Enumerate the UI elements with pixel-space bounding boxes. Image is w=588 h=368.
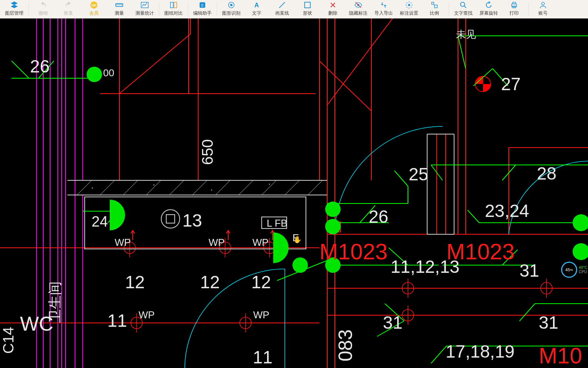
toolbar-label: 图纸对比	[164, 10, 183, 17]
cad-canvas[interactable]: 26 27 26 25 28 23,24 13 12 12 12 11 11 1…	[0, 18, 588, 368]
label-chinese-top: 未见	[456, 29, 476, 40]
cpu-label: CPU	[579, 270, 587, 274]
svg-line-95	[192, 180, 207, 195]
label-083: 083	[335, 329, 356, 361]
svg-line-107	[12, 61, 29, 78]
account-icon	[538, 1, 548, 9]
print-button[interactable]: 打印	[501, 0, 527, 18]
shape-icon	[303, 1, 312, 9]
svg-rect-2	[116, 3, 123, 6]
io-icon	[379, 1, 388, 9]
scale-button[interactable]: 比例	[422, 0, 447, 18]
label-17-18-19: 17,18,19	[446, 341, 514, 361]
svg-rect-5	[174, 2, 177, 8]
shape-button[interactable]: 形状	[295, 0, 320, 18]
label-wp4: WP	[139, 309, 155, 321]
rotate-button[interactable]: 屏幕旋转	[476, 0, 501, 18]
toolbar-label: 导入导出	[374, 10, 393, 17]
account-button[interactable]: 账号	[530, 0, 556, 18]
undo-icon	[38, 1, 48, 9]
hide-icon	[354, 1, 363, 9]
annot-settings-button[interactable]: 标注设置	[396, 0, 422, 18]
layer-manager-button[interactable]: 图层管理	[2, 0, 27, 18]
svg-line-44	[327, 18, 393, 105]
svg-rect-85	[166, 215, 175, 223]
svg-point-141	[573, 214, 588, 231]
label-31a: 31	[383, 313, 403, 333]
svg-point-142	[573, 243, 588, 260]
edit-assist-button[interactable]: E 编辑助手	[190, 0, 215, 18]
label-12c: 12	[251, 272, 271, 292]
svg-point-139	[292, 257, 308, 273]
hide-annot-button[interactable]: 隐藏标注	[346, 0, 371, 18]
svg-point-16	[461, 2, 465, 7]
import-export-button[interactable]: 导入导出	[371, 0, 396, 18]
delete-icon	[328, 1, 337, 9]
toolbar-label: 账号	[538, 10, 548, 17]
toolbar-separator	[28, 2, 29, 16]
target-marker	[475, 76, 491, 92]
label-lfb: L FB	[267, 217, 287, 229]
label-wp2: WP	[209, 237, 225, 248]
compare-button[interactable]: 图纸对比	[161, 0, 186, 18]
text-button[interactable]: A 文字	[244, 0, 269, 18]
search-icon	[459, 1, 468, 9]
label-c14: C14	[0, 327, 17, 354]
label-00: 00	[103, 67, 114, 79]
system-overlay: 45% 48°C CPU	[560, 262, 588, 277]
toolbar-label: 文字查找	[454, 10, 473, 17]
svg-text:E: E	[201, 4, 204, 7]
undo-button[interactable]: 撤销	[30, 0, 56, 18]
cad-drawing: 26 27 26 25 28 23,24 13 12 12 12 11 11 1…	[0, 18, 588, 368]
svg-line-90	[77, 180, 92, 195]
measure-icon	[115, 1, 124, 9]
toolbar-separator	[159, 2, 159, 16]
line-button[interactable]: 画直线	[269, 0, 295, 18]
toolbar-label: 文字	[252, 10, 261, 17]
toolbar-label: 删除	[328, 10, 337, 17]
label-room: 卫生间	[47, 281, 63, 323]
cpu-temp: 48°C	[579, 265, 587, 270]
svg-line-96	[215, 180, 230, 195]
text-search-button[interactable]: 文字查找	[451, 0, 476, 18]
redo-button[interactable]: 恢复	[56, 0, 81, 18]
label-11: 11	[107, 311, 127, 331]
label-wp3: WP	[252, 237, 269, 248]
measure-stats-button[interactable]: 测量统计	[132, 0, 157, 18]
toolbar-label: 比例	[430, 10, 439, 17]
toolbar-separator	[217, 2, 217, 16]
label-12b: 12	[200, 272, 220, 292]
print-icon	[509, 1, 519, 9]
shape-recog-button[interactable]: 图形识别	[219, 0, 244, 18]
svg-point-20	[541, 2, 544, 5]
toolbar-label: 会员	[89, 10, 99, 17]
text-icon: A	[252, 1, 261, 9]
svg-line-42	[119, 34, 190, 94]
toolbar-label: 编辑助手	[193, 10, 212, 17]
shape-recog-icon	[227, 1, 236, 9]
cpu-percent: 45	[565, 267, 570, 272]
rotate-icon	[484, 1, 493, 9]
label-23-24: 23,24	[485, 201, 529, 221]
edit-assist-icon: E	[198, 1, 207, 9]
delete-button[interactable]: 删除	[320, 0, 346, 18]
measure-button[interactable]: 测量	[107, 0, 132, 18]
redo-icon	[64, 1, 73, 9]
toolbar-label: 测量	[115, 10, 124, 17]
toolbar-label: 图层管理	[5, 10, 23, 17]
line-icon	[277, 1, 287, 9]
layers-icon	[10, 1, 19, 9]
svg-rect-18	[513, 2, 515, 4]
svg-rect-15	[434, 5, 437, 8]
svg-rect-14	[432, 2, 434, 5]
svg-line-122	[468, 210, 479, 223]
label-26b: 26	[369, 207, 388, 227]
toolbar-label: 画直线	[275, 10, 289, 17]
svg-line-97	[239, 180, 253, 195]
vip-button[interactable]: VIP 会员	[81, 0, 107, 18]
svg-point-103	[211, 190, 212, 190]
svg-line-91	[100, 180, 115, 195]
svg-line-92	[123, 180, 138, 195]
svg-line-110	[458, 36, 466, 69]
svg-rect-11	[305, 2, 311, 8]
